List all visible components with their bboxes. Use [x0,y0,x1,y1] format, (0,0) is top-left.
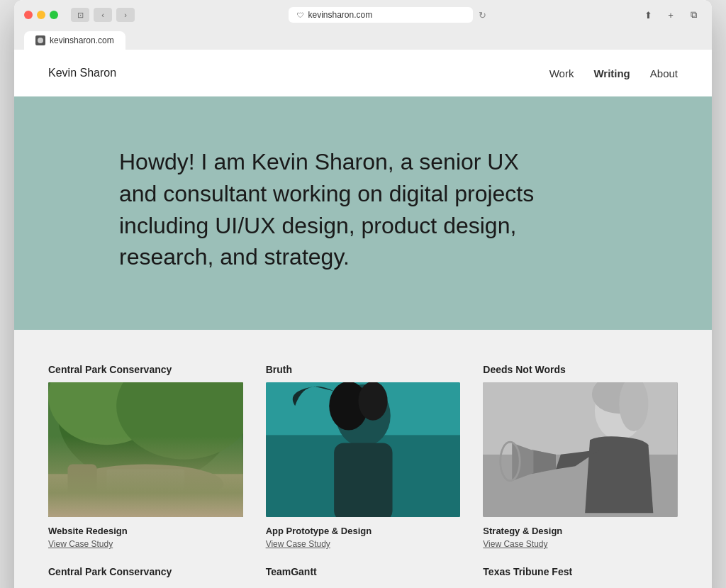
work-section: Central Park Conservancy [14,330,712,588]
svg-point-4 [116,382,243,460]
browser-window: ⊡ ‹ › 🛡 kevinsharon.com ↻ ⬆ + ⧉ [14,0,712,588]
active-tab[interactable]: kevinsharon.com [24,31,125,50]
url-text: kevinsharon.com [308,10,373,20]
project-title-deeds: Deeds Not Words [483,364,678,375]
browser-controls: ⊡ ‹ › [71,8,135,22]
second-row-title-2: Texas Tribune Fest [483,566,678,577]
site-logo[interactable]: Kevin Sharon [48,67,116,79]
project-image-deeds[interactable] [483,382,678,517]
project-card-central-park: Central Park Conservancy [48,364,243,549]
forward-button[interactable]: › [116,8,135,22]
traffic-lights [24,11,58,19]
second-row-title-0: Central Park Conservancy [48,566,243,577]
second-row-titles: Central Park Conservancy TeamGantt Texas… [48,566,678,588]
sidebar-toggle-button[interactable]: ⊡ [71,8,89,22]
hero-text: Howdy! I am Kevin Sharon, a senior UX an… [119,146,559,273]
svg-rect-7 [67,465,96,514]
browser-tab-bar: kevinsharon.com [24,28,702,50]
back-button[interactable]: ‹ [94,8,112,22]
site-nav: Kevin Sharon Work Writing About [14,50,712,96]
svg-rect-14 [334,443,392,518]
reload-icon[interactable]: ↻ [479,10,486,21]
hero-section: Howdy! I am Kevin Sharon, a senior UX an… [14,96,712,330]
project-card-deeds: Deeds Not Words [483,364,678,549]
browser-actions: ⬆ + ⧉ [640,8,702,22]
maximize-button[interactable] [50,11,58,19]
project-title-bruth: Bruth [266,364,461,375]
svg-rect-5 [48,475,243,518]
tab-label: kevinsharon.com [50,35,114,45]
project-link-deeds[interactable]: View Case Study [483,539,678,549]
svg-point-13 [358,382,387,421]
address-bar-container: 🛡 kevinsharon.com ↻ [142,7,632,23]
nav-link-work[interactable]: Work [549,67,574,79]
projects-grid: Central Park Conservancy [48,364,678,549]
share-button[interactable]: ⬆ [640,8,657,22]
central-park-overlay [48,382,243,517]
project-image-bruth[interactable] [266,382,461,517]
lock-icon: 🛡 [297,11,304,19]
tab-favicon [35,35,45,45]
project-subtitle-bruth: App Prototype & Design [266,526,461,536]
svg-point-6 [67,465,223,504]
nav-link-about[interactable]: About [650,67,678,79]
browser-top-bar: ⊡ ‹ › 🛡 kevinsharon.com ↻ ⬆ + ⧉ [24,7,702,23]
svg-rect-8 [106,470,184,514]
second-row-title-1: TeamGantt [266,566,461,577]
project-card-bruth: Bruth [266,364,461,549]
project-subtitle-deeds: Strategy & Design [483,526,678,536]
close-button[interactable] [24,11,33,19]
minimize-button[interactable] [37,11,45,19]
nav-link-writing[interactable]: Writing [593,67,630,79]
browser-chrome: ⊡ ‹ › 🛡 kevinsharon.com ↻ ⬆ + ⧉ [14,0,712,50]
project-subtitle-central-park: Website Redesign [48,526,243,536]
project-image-central-park[interactable] [48,382,243,517]
new-tab-button[interactable]: + [662,8,679,22]
project-link-central-park[interactable]: View Case Study [48,539,243,549]
website-content: Kevin Sharon Work Writing About Howdy! I… [14,50,712,588]
svg-point-0 [38,38,43,43]
nav-links: Work Writing About [549,67,678,79]
project-link-bruth[interactable]: View Case Study [266,539,461,549]
tabs-button[interactable]: ⧉ [685,8,702,22]
project-title-central-park: Central Park Conservancy [48,364,243,375]
address-bar[interactable]: 🛡 kevinsharon.com [289,7,473,23]
